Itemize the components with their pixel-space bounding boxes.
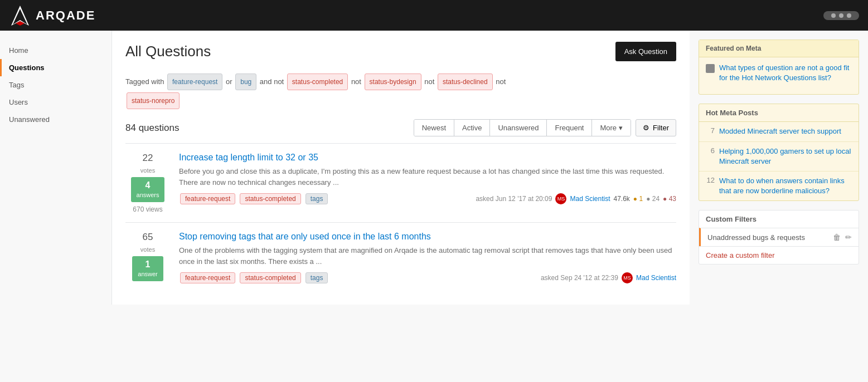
tab-unanswered[interactable]: Unanswered — [490, 120, 547, 136]
tag-status-bydesign[interactable]: status-bydesign — [365, 74, 421, 90]
questions-count: 84 questions — [125, 123, 179, 134]
cf-header: Custom Filters — [699, 210, 859, 228]
hot-meta-header: Hot Meta Posts — [699, 104, 859, 122]
logo-area[interactable]: ARQADE — [9, 4, 95, 27]
question-item: 22 votes 4 answers 670 views Increase ta… — [125, 143, 676, 222]
sidebar-item-unanswered[interactable]: Unanswered — [0, 111, 111, 128]
logo-text: ARQADE — [36, 8, 95, 23]
tabs-and-filter: Newest Active Unanswered Frequent More ▾… — [414, 119, 676, 136]
views-1: 670 views — [133, 205, 162, 213]
rep-1: 47.6k — [614, 195, 630, 203]
tag-status-declined[interactable]: status-declined — [438, 74, 493, 90]
sidebar-item-users[interactable]: Users — [0, 94, 111, 111]
chevron-down-icon: ▾ — [619, 124, 623, 132]
meta-link-1[interactable]: What types of question are not a good fi… — [706, 63, 852, 83]
custom-filters-box: Custom Filters Unaddressed bugs & reques… — [699, 210, 859, 265]
q-meta-2: asked Sep 24 '12 at 22:39 MS Mad Scienti… — [541, 272, 676, 283]
hot-meta-item-1: 7 Modded Minecraft server tech support — [699, 122, 859, 141]
left-sidebar: Home Questions Tags Users Unanswered — [0, 31, 111, 305]
dot3 — [847, 13, 851, 18]
tag-status-completed[interactable]: status-completed — [287, 74, 348, 90]
sidebar-item-home[interactable]: Home — [0, 42, 111, 59]
question-item-2: 65 votes 1 answer Stop removing tags tha… — [125, 222, 676, 293]
q-tags-1: feature-request status-completed tags — [179, 192, 329, 205]
q-tag-feature-request-2[interactable]: feature-request — [180, 272, 235, 283]
vote-count-1: 22 — [143, 153, 153, 164]
hot-meta-item-3: 12 What to do when answers contain links… — [699, 172, 859, 200]
tab-more[interactable]: More ▾ — [592, 120, 631, 136]
cf-delete-icon[interactable]: 🗑 — [833, 233, 841, 242]
q-tag-status-completed-2[interactable]: status-completed — [240, 272, 300, 283]
q-tag-tags-2[interactable]: tags — [306, 272, 328, 283]
main-content: All Questions Ask Question Tagged with f… — [111, 31, 690, 305]
cf-item-1: Unaddressed bugs & requests 🗑 ✏ — [699, 228, 859, 246]
filter-row: Tagged with feature-request or bug and n… — [125, 72, 676, 110]
q-content-1: Increase tag length limit to 32 or 35 Be… — [179, 153, 676, 213]
hot-link-1[interactable]: Modded Minecraft server tech support — [719, 126, 841, 136]
q-tag-feature-request-1[interactable]: feature-request — [180, 193, 235, 204]
avatar-1: MS — [555, 193, 566, 204]
meta-icon-1 — [706, 64, 715, 73]
asked-info-2: asked Sep 24 '12 at 22:39 — [541, 274, 618, 282]
q-tag-status-completed-1[interactable]: status-completed — [240, 193, 300, 204]
bronze-badge-1: ● 43 — [663, 195, 676, 203]
not-connector-2: not — [424, 77, 437, 86]
featured-meta-header: Featured on Meta — [699, 40, 859, 57]
hot-link-3[interactable]: What to do when answers contain links th… — [719, 176, 852, 196]
tag-bug[interactable]: bug — [235, 74, 256, 90]
votes-label-2: votes — [140, 246, 155, 253]
not-connector-3: not — [496, 77, 506, 86]
page-header: All Questions Ask Question — [125, 42, 676, 61]
vote-count-2: 65 — [143, 232, 153, 243]
q-stats-2: 65 votes 1 answer — [125, 232, 170, 285]
tab-frequent[interactable]: Frequent — [547, 120, 592, 136]
user-link-1[interactable]: Mad Scientist — [570, 195, 610, 203]
q-excerpt-1: Before you go and close this as a duplic… — [179, 166, 676, 188]
logo-icon — [9, 4, 31, 27]
hot-meta-box: Hot Meta Posts 7 Modded Minecraft server… — [699, 104, 859, 201]
hot-meta-item-2: 6 Helping 1,000,000 gamers to set up loc… — [699, 142, 859, 172]
ask-question-button[interactable]: Ask Question — [615, 42, 676, 61]
tag-feature-request[interactable]: feature-request — [167, 74, 222, 90]
dot1 — [831, 13, 836, 18]
user-link-2[interactable]: Mad Scientist — [636, 274, 676, 282]
q-tags-2: feature-request status-completed tags — [179, 271, 329, 285]
tag-status-norepro[interactable]: status-norepro — [127, 92, 180, 109]
filter-button[interactable]: ⚙ Filter — [636, 119, 676, 136]
filter-gear-icon: ⚙ — [643, 124, 649, 132]
site-header: ARQADE — [0, 0, 868, 31]
tab-newest[interactable]: Newest — [414, 120, 454, 136]
q-title-2[interactable]: Stop removing tags that are only used on… — [179, 232, 676, 242]
hot-num-1: 7 — [706, 126, 715, 135]
tab-more-label: More — [600, 124, 617, 132]
votes-label-1: votes — [140, 167, 155, 174]
meta-link-text-1: What types of question are not a good fi… — [719, 63, 852, 83]
filter-label: Filter — [653, 124, 669, 132]
q-tags-row-1: feature-request status-completed tags as… — [179, 192, 676, 205]
sort-tabs: Newest Active Unanswered Frequent More ▾ — [414, 119, 631, 136]
q-title-1[interactable]: Increase tag length limit to 32 or 35 — [179, 153, 676, 163]
featured-meta-body: What types of question are not a good fi… — [699, 57, 859, 94]
sidebar-item-questions[interactable]: Questions — [0, 59, 111, 76]
q-stats-1: 22 votes 4 answers 670 views — [125, 153, 170, 213]
cf-edit-icon[interactable]: ✏ — [845, 233, 852, 242]
avatar-2: MS — [622, 272, 633, 283]
cf-actions-1: 🗑 ✏ — [833, 233, 852, 242]
hot-num-2: 6 — [706, 146, 715, 155]
sidebar-item-tags[interactable]: Tags — [0, 76, 111, 94]
cf-item-name-1: Unaddressed bugs & requests — [707, 233, 805, 242]
q-tag-tags-1[interactable]: tags — [306, 193, 328, 204]
filter-prefix: Tagged with — [125, 77, 164, 86]
q-excerpt-2: One of the problems with the tagging sys… — [179, 245, 676, 267]
right-sidebar: Featured on Meta What types of question … — [690, 31, 868, 305]
not-connector-1: not — [351, 77, 363, 86]
hot-link-2[interactable]: Helping 1,000,000 gamers to set up local… — [719, 146, 852, 166]
header-right — [823, 11, 859, 20]
gold-badge-1: ● 1 — [633, 195, 643, 203]
page-title: All Questions — [125, 43, 211, 60]
create-filter-link[interactable]: Create a custom filter — [699, 246, 859, 264]
asked-info-1: asked Jun 12 '17 at 20:09 — [476, 195, 552, 203]
or-connector: or — [226, 77, 234, 86]
tab-active[interactable]: Active — [454, 120, 490, 136]
header-pill[interactable] — [823, 11, 859, 20]
